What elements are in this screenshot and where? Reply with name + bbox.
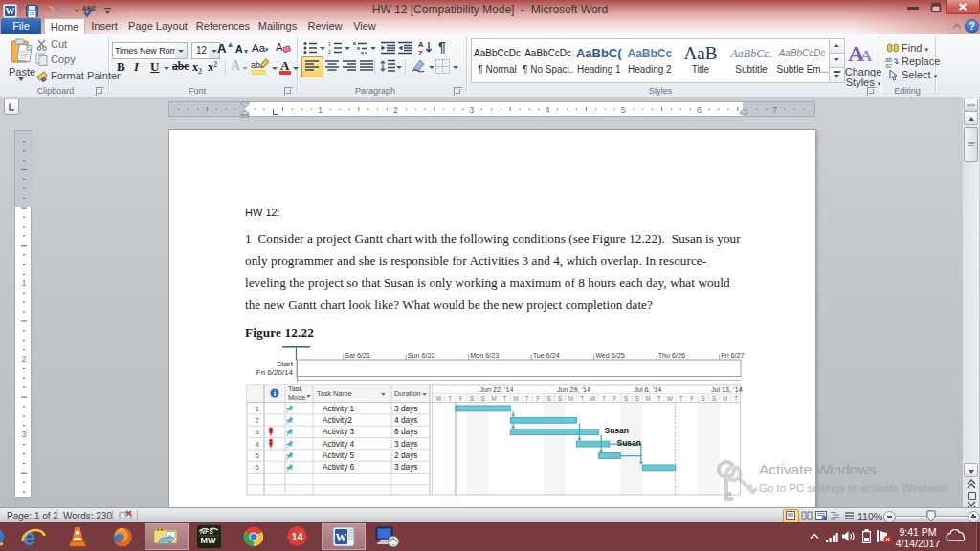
svg-text:M: M	[568, 395, 573, 402]
svg-text:4: 4	[545, 105, 549, 115]
svg-text:T: T	[525, 395, 529, 402]
svg-text:T: T	[448, 395, 452, 402]
svg-text:S: S	[701, 395, 704, 402]
svg-text:S: S	[712, 395, 716, 402]
svg-text:Start: Start	[277, 360, 294, 368]
svg-text:W: W	[436, 395, 443, 402]
svg-text:NFS: NFS	[200, 528, 213, 535]
svg-text:Thu 6/26: Thu 6/26	[658, 351, 685, 360]
svg-text:i: i	[274, 389, 276, 398]
svg-text:T: T	[679, 395, 683, 402]
svg-text:1: 1	[256, 405, 260, 413]
svg-text:Susan: Susan	[617, 438, 642, 448]
svg-text:F: F	[690, 395, 694, 402]
svg-text:S: S	[635, 395, 638, 402]
svg-text:S: S	[480, 395, 484, 402]
svg-text:S: S	[470, 395, 474, 402]
svg-text:Tue 6/24: Tue 6/24	[533, 351, 560, 360]
svg-text:Jul 13, ’14: Jul 13, ’14	[711, 386, 743, 394]
svg-text:Fri 6/20/14: Fri 6/20/14	[256, 368, 294, 377]
svg-text:Jun 22, ’14: Jun 22, ’14	[479, 386, 513, 394]
svg-text:2: 2	[256, 416, 260, 425]
svg-text:Duration: Duration	[394, 389, 421, 398]
svg-text:Mode: Mode	[288, 393, 305, 402]
svg-text:4 days: 4 days	[394, 415, 417, 425]
svg-text:14: 14	[291, 531, 303, 542]
svg-text:T: T	[657, 395, 661, 402]
svg-text:F: F	[613, 395, 617, 402]
svg-text:T: T	[602, 395, 606, 402]
svg-text:M: M	[491, 395, 496, 402]
svg-text:Activity 5: Activity 5	[323, 451, 355, 460]
svg-text:MW: MW	[201, 536, 216, 545]
svg-text:6: 6	[697, 105, 702, 115]
svg-text:W: W	[6, 6, 15, 16]
svg-text:F: F	[459, 395, 463, 402]
svg-text:3: 3	[469, 105, 474, 115]
svg-text:T: T	[580, 395, 584, 402]
svg-text:Susan: Susan	[605, 426, 630, 435]
svg-text:Sat 6/21: Sat 6/21	[345, 351, 370, 360]
svg-text:Wed 6/25: Wed 6/25	[595, 351, 625, 360]
svg-text:W: W	[667, 395, 674, 402]
svg-text:ac: ac	[885, 62, 893, 68]
svg-text:A: A	[860, 47, 873, 65]
svg-text:Sun 6/22: Sun 6/22	[408, 351, 435, 360]
svg-text:7: 7	[772, 105, 777, 115]
svg-text:1: 1	[328, 41, 331, 47]
svg-text:Z: Z	[418, 49, 423, 56]
svg-text:M: M	[723, 395, 727, 402]
svg-text:W: W	[336, 531, 347, 544]
svg-text:2 days: 2 days	[394, 451, 417, 460]
svg-text:2: 2	[328, 49, 331, 55]
svg-text:4: 4	[256, 440, 260, 449]
svg-text:M: M	[645, 395, 650, 402]
svg-text:W: W	[513, 395, 520, 402]
svg-text:2: 2	[393, 105, 398, 115]
svg-text:T: T	[503, 395, 507, 402]
svg-text:3 days: 3 days	[394, 462, 417, 472]
svg-text:Activity 1: Activity 1	[323, 404, 355, 413]
svg-text:3 days: 3 days	[394, 404, 417, 413]
svg-text:Fri 6/27: Fri 6/27	[721, 351, 744, 360]
svg-text:Jul 6, ’14: Jul 6, ’14	[634, 386, 661, 394]
svg-text:Activity2: Activity2	[323, 415, 352, 425]
svg-text:6 days: 6 days	[394, 427, 417, 436]
svg-text:W: W	[590, 395, 597, 402]
svg-text:A: A	[276, 41, 283, 53]
svg-text:T: T	[734, 395, 738, 402]
svg-text:3 days: 3 days	[394, 439, 417, 449]
svg-text:1: 1	[21, 277, 26, 287]
svg-text:2: 2	[21, 353, 26, 363]
svg-text:Mon 6/23: Mon 6/23	[470, 351, 499, 360]
svg-text:6: 6	[256, 463, 260, 472]
svg-text:3: 3	[21, 430, 26, 439]
svg-text:S: S	[624, 395, 628, 402]
svg-text:S: S	[558, 395, 562, 402]
svg-text:3: 3	[256, 428, 260, 436]
svg-text:F: F	[536, 395, 540, 402]
svg-text:5: 5	[256, 452, 260, 460]
svg-text:S: S	[546, 395, 550, 402]
svg-text:ab: ab	[251, 60, 260, 70]
svg-text:Jun 29, ’14: Jun 29, ’14	[557, 386, 590, 394]
svg-text:Activity 3: Activity 3	[323, 427, 355, 436]
svg-text:5: 5	[621, 105, 626, 115]
svg-text:1: 1	[318, 105, 323, 115]
svg-text:Task Name: Task Name	[317, 389, 352, 398]
svg-text:Activity 4: Activity 4	[323, 439, 355, 449]
svg-text:Activity 6: Activity 6	[323, 462, 355, 472]
